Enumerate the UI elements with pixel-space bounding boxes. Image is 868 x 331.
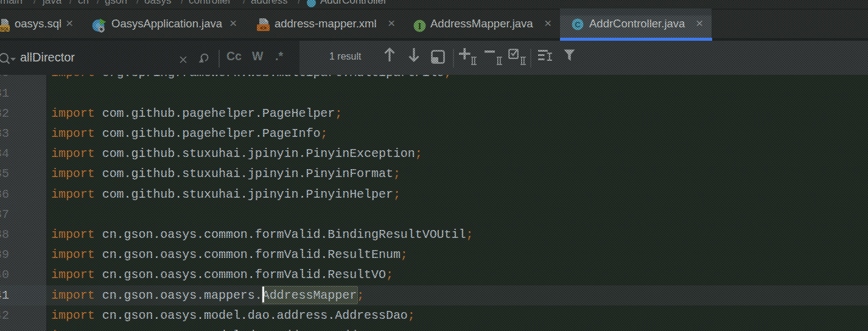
svg-text:<>: <> bbox=[260, 25, 267, 31]
svg-text:I: I bbox=[418, 22, 421, 31]
svg-text:C: C bbox=[575, 20, 581, 29]
svg-text:SQL: SQL bbox=[0, 26, 10, 32]
